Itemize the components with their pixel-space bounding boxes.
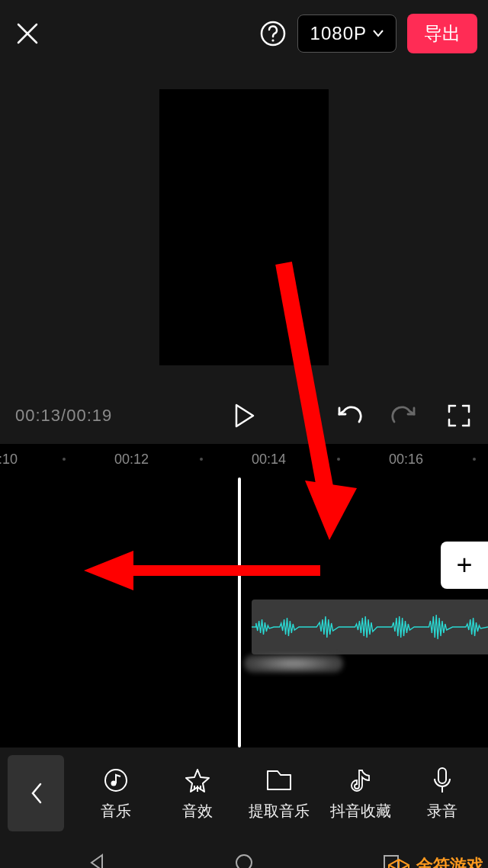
tool-label: 音效 [182, 801, 213, 821]
chevron-down-icon [373, 30, 384, 37]
tool-extract-music[interactable]: 提取音乐 [241, 766, 317, 821]
top-bar: 1080P 导出 [0, 0, 488, 67]
nav-home[interactable] [234, 853, 254, 868]
system-navbar: 金符游戏 yikajinfu.com [0, 839, 488, 868]
chevron-left-icon [28, 781, 43, 805]
waveform-icon [252, 612, 488, 642]
tool-label: 提取音乐 [249, 801, 310, 821]
transport-bar: 00:13/00:19 [0, 387, 488, 444]
close-icon [16, 22, 39, 45]
timeline-tracks[interactable]: + [0, 477, 488, 747]
cube-icon [386, 857, 412, 868]
triangle-back-icon [87, 853, 107, 868]
ruler-mark: 00:14 [252, 452, 286, 468]
undo-icon [336, 405, 362, 426]
play-icon [233, 403, 255, 428]
timecode: 00:13/00:19 [15, 406, 112, 426]
redo-icon [391, 405, 417, 426]
close-button[interactable] [11, 17, 44, 50]
tool-label: 抖音收藏 [330, 801, 391, 821]
fullscreen-icon [448, 404, 470, 427]
audio-clip[interactable] [252, 600, 488, 654]
extract-music-icon [265, 766, 293, 795]
help-button[interactable] [256, 17, 290, 50]
tool-label: 音乐 [101, 801, 131, 821]
export-button[interactable]: 导出 [407, 14, 477, 53]
ruler-mark: 00:12 [114, 452, 149, 468]
preview-area [0, 67, 488, 387]
tool-music[interactable]: 音乐 [78, 766, 154, 821]
playhead[interactable] [238, 477, 241, 747]
record-icon [432, 766, 452, 795]
tool-sound-effect[interactable]: 音效 [159, 766, 236, 821]
timeline-ruler: 0:10 00:12 00:14 00:16 [0, 444, 488, 477]
bottom-toolbar: 音乐 音效 提取音乐 抖音收藏 录音 [0, 747, 488, 839]
resolution-label: 1080P [310, 23, 367, 44]
play-button[interactable] [230, 402, 258, 429]
tool-record[interactable]: 录音 [404, 766, 480, 821]
timeline[interactable]: 0:10 00:12 00:14 00:16 + [0, 444, 488, 747]
svg-rect-6 [438, 768, 446, 783]
export-label: 导出 [424, 21, 461, 46]
tool-label: 录音 [427, 801, 458, 821]
douyin-favorite-icon [349, 766, 372, 795]
total-time: 00:19 [66, 406, 112, 425]
music-icon [103, 766, 129, 795]
help-icon [259, 20, 287, 47]
current-time: 00:13 [15, 406, 61, 425]
watermark-brand: 金符游戏 [416, 856, 483, 868]
tool-douyin-favorite[interactable]: 抖音收藏 [323, 766, 399, 821]
circle-home-icon [234, 853, 254, 868]
add-clip-button[interactable]: + [441, 542, 488, 589]
sound-effect-icon [185, 766, 210, 795]
svg-point-1 [271, 39, 274, 41]
video-preview[interactable] [159, 89, 329, 365]
nav-back[interactable] [87, 853, 107, 868]
watermark: 金符游戏 yikajinfu.com [386, 854, 483, 868]
ruler-mark: 0:10 [0, 452, 18, 468]
fullscreen-button[interactable] [445, 402, 473, 429]
toolbar-back-button[interactable] [8, 755, 64, 831]
redo-button[interactable] [390, 402, 418, 429]
audio-clip-label [244, 654, 343, 673]
resolution-dropdown[interactable]: 1080P [297, 14, 396, 53]
ruler-mark: 00:16 [389, 452, 423, 468]
undo-button[interactable] [336, 402, 363, 429]
svg-point-7 [236, 855, 252, 868]
plus-icon: + [456, 549, 472, 581]
